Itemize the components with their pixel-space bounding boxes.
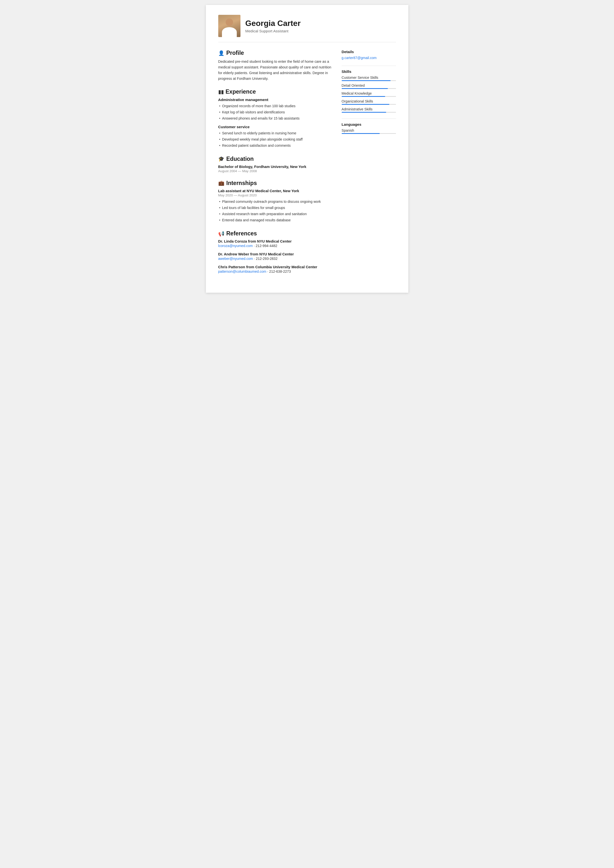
profile-section: 👤 Profile Dedicated pre-med student look… <box>218 50 332 82</box>
languages-section: Languages Spanish <box>342 122 396 134</box>
education-icon: 🎓 <box>218 156 225 162</box>
education-section-title: 🎓 Education <box>218 155 332 162</box>
education-section: 🎓 Education Bachelor of Biology, Fordham… <box>218 155 332 173</box>
ref-3-phone: 212-638-2273 <box>269 270 291 273</box>
avatar <box>218 15 240 37</box>
skill-2-label: Detail Oriented <box>342 84 396 87</box>
skill-1-bar-fill <box>342 80 391 81</box>
details-title: Details <box>342 50 396 54</box>
ref-1-phone: 212-994-4482 <box>256 244 278 248</box>
resume-page: Georgia Carter Medical Support Assistant… <box>206 5 408 293</box>
profile-section-title: 👤 Profile <box>218 50 332 56</box>
bullet-item: Recorded patient satisfaction and commen… <box>218 143 332 149</box>
exp-role-1: Administrative management Organized reco… <box>218 98 332 121</box>
ref-3-contact: patterson@columbiaumed.com · 212-638-227… <box>218 270 332 273</box>
bullet-item: Entered data and managed results databas… <box>218 217 332 223</box>
ref-1-contact: lcoroza@nyumed.com · 212-994-4482 <box>218 244 332 248</box>
ref-1-email[interactable]: lcoroza@nyumed.com <box>218 244 253 248</box>
exp-role-1-bullets: Organized records of more than 100 lab s… <box>218 103 332 121</box>
skill-1-label: Customer Service Skills <box>342 76 396 79</box>
lang-1-bar-fill <box>342 133 380 134</box>
lang-item-1: Spanish <box>342 129 396 134</box>
exp-role-2-bullets: Served lunch to elderly patients in nurs… <box>218 130 332 149</box>
exp-role-1-title: Administrative management <box>218 98 332 102</box>
references-section-title: 📢 References <box>218 230 332 237</box>
education-degree: Bachelor of Biology, Fordham University,… <box>218 165 332 169</box>
header-info: Georgia Carter Medical Support Assistant <box>245 19 301 33</box>
ref-1-name: Dr. Linda Coroza from NYU Medical Center <box>218 239 332 243</box>
lang-1-label: Spanish <box>342 129 396 132</box>
skill-5-bar-fill <box>342 112 386 113</box>
skill-4-bar-bg <box>342 104 396 105</box>
references-icon: 📢 <box>218 231 225 237</box>
skill-1-bar-bg <box>342 80 396 81</box>
bullet-item: Kept log of lab visitors and identificat… <box>218 109 332 115</box>
skill-5-bar-bg <box>342 112 396 113</box>
profile-icon: 👤 <box>218 50 225 56</box>
skill-2-bar-fill <box>342 88 388 89</box>
internships-section: 💼 Internships Lab assistant at NYU Medic… <box>218 180 332 223</box>
bullet-item: Assisted research team with preparation … <box>218 211 332 217</box>
candidate-name: Georgia Carter <box>245 19 301 28</box>
ref-1-separator: · <box>254 244 256 248</box>
skill-item-2: Detail Oriented <box>342 84 396 89</box>
ref-2-name: Dr. Andrew Weber from NYU Medical Center <box>218 252 332 256</box>
sidebar: Details g.carter87@gmail.com Skills Cust… <box>342 50 396 280</box>
reference-item-3: Chris Patterson from Columbia University… <box>218 265 332 273</box>
internships-section-title: 💼 Internships <box>218 180 332 186</box>
reference-item-1: Dr. Linda Coroza from NYU Medical Center… <box>218 239 332 248</box>
reference-item-2: Dr. Andrew Weber from NYU Medical Center… <box>218 252 332 261</box>
references-section: 📢 References Dr. Linda Coroza from NYU M… <box>218 230 332 273</box>
skill-item-5: Administrative Skills <box>342 107 396 113</box>
education-dates: August 2004 — May 2008 <box>218 169 332 173</box>
skill-3-bar-fill <box>342 96 385 97</box>
ref-3-name: Chris Patterson from Columbia University… <box>218 265 332 269</box>
ref-2-email[interactable]: aweber@nyumed.com <box>218 257 253 261</box>
experience-section-title: ▮▮ Experience <box>218 89 332 95</box>
body-layout: 👤 Profile Dedicated pre-med student look… <box>218 50 396 280</box>
skill-3-bar-bg <box>342 96 396 97</box>
skill-item-3: Medical Knowledge <box>342 92 396 97</box>
candidate-title: Medical Support Assistant <box>245 29 301 33</box>
lang-1-bar-bg <box>342 133 396 134</box>
ref-2-contact: aweber@nyumed.com · 212-293-2832 <box>218 257 332 261</box>
exp-role-2: Customer service Served lunch to elderly… <box>218 125 332 149</box>
resume-header: Georgia Carter Medical Support Assistant <box>218 15 396 42</box>
exp-role-2-title: Customer service <box>218 125 332 129</box>
skill-item-1: Customer Service Skills <box>342 76 396 81</box>
internship-dates: May 2020 — August 2020 <box>218 193 332 197</box>
ref-2-phone: 212-293-2832 <box>256 257 278 261</box>
internships-icon: 💼 <box>218 180 225 186</box>
bullet-item: Planned community outreach programs to d… <box>218 199 332 205</box>
experience-section: ▮▮ Experience Administrative management … <box>218 89 332 149</box>
bullet-item: Organized records of more than 100 lab s… <box>218 103 332 109</box>
skill-5-label: Administrative Skills <box>342 107 396 111</box>
internship-role-title: Lab assistant at NYU Medical Center, New… <box>218 189 332 193</box>
internship-bullets: Planned community outreach programs to d… <box>218 199 332 223</box>
details-section: Details g.carter87@gmail.com <box>342 50 396 60</box>
ref-3-email[interactable]: patterson@columbiaumed.com <box>218 270 267 273</box>
divider-2 <box>342 118 396 119</box>
main-column: 👤 Profile Dedicated pre-med student look… <box>218 50 332 280</box>
skill-item-4: Organizational Skills <box>342 99 396 105</box>
bullet-item: Served lunch to elderly patients in nurs… <box>218 130 332 137</box>
profile-text: Dedicated pre-med student looking to ent… <box>218 59 332 82</box>
skills-section: Skills Customer Service Skills Detail Or… <box>342 70 396 113</box>
experience-icon: ▮▮ <box>218 89 224 95</box>
bullet-item: Answered phones and emails for 15 lab as… <box>218 115 332 121</box>
skills-title: Skills <box>342 70 396 74</box>
skill-4-label: Organizational Skills <box>342 99 396 103</box>
skill-3-label: Medical Knowledge <box>342 92 396 95</box>
bullet-item: Developed weekly meal plan alongside coo… <box>218 137 332 143</box>
skill-4-bar-fill <box>342 104 389 105</box>
bullet-item: Led tours of lab facilities for small gr… <box>218 205 332 211</box>
languages-title: Languages <box>342 122 396 126</box>
skill-2-bar-bg <box>342 88 396 89</box>
details-email[interactable]: g.carter87@gmail.com <box>342 56 396 60</box>
